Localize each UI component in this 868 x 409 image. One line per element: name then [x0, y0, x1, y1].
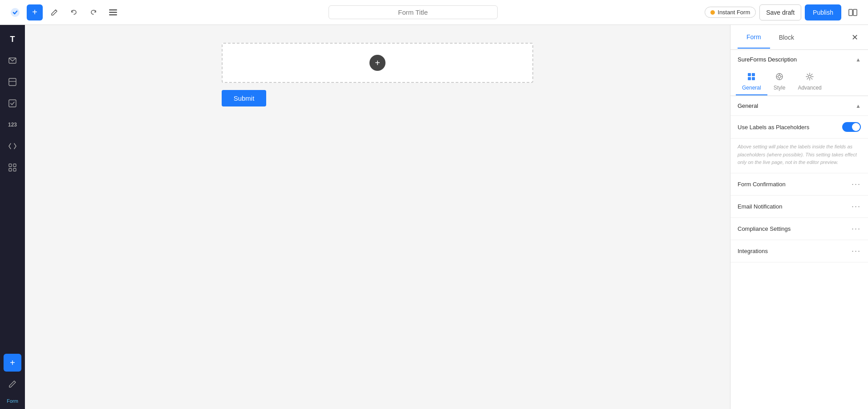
sidebar-icon-embed[interactable]	[4, 137, 21, 155]
topbar-left: +	[7, 4, 121, 20]
form-confirmation-section[interactable]: Form Confirmation ···	[730, 173, 868, 196]
general-section-chevron-icon: ▲	[856, 103, 861, 109]
integrations-section[interactable]: Integrations ···	[730, 240, 868, 262]
use-labels-toggle[interactable]	[842, 122, 861, 132]
topbar-right: Instant Form Save draft Publish	[705, 4, 861, 20]
preview-toggle-button[interactable]	[845, 4, 861, 20]
compliance-settings-label: Compliance Settings	[738, 225, 791, 232]
sidebar-icon-email[interactable]	[4, 52, 21, 70]
compliance-dots-icon[interactable]: ···	[852, 224, 861, 233]
sub-tab-style[interactable]: Style	[767, 69, 792, 95]
svg-rect-11	[13, 164, 16, 167]
panel-body: SureForms Description ▲ General	[730, 50, 868, 409]
instant-form-label: Instant Form	[718, 9, 750, 16]
svg-point-19	[778, 75, 781, 78]
svg-rect-10	[9, 164, 12, 167]
email-notification-dots-icon[interactable]: ···	[852, 202, 861, 211]
sidebar-icon-number[interactable]: 123	[4, 116, 21, 134]
labels-helper-text: Above setting will place the labels insi…	[730, 139, 868, 173]
logo-button[interactable]	[7, 4, 23, 20]
svg-rect-4	[849, 9, 852, 16]
general-section-header[interactable]: General ▲	[730, 96, 868, 116]
svg-rect-5	[853, 9, 857, 16]
sidebar-form-label: Form	[7, 398, 18, 404]
sidebar-bottom: + Form	[4, 354, 21, 404]
add-block-button[interactable]: +	[369, 55, 385, 71]
add-block-topbar-button[interactable]: +	[27, 4, 43, 20]
panel-header: Form Block ✕	[730, 25, 868, 50]
general-section-title: General	[738, 102, 758, 109]
sub-tab-general-label: General	[742, 85, 761, 91]
list-view-button[interactable]	[105, 4, 121, 20]
sidebar-icon-pen[interactable]	[4, 375, 21, 393]
undo-button[interactable]	[66, 4, 82, 20]
sidebar-icon-checkbox[interactable]	[4, 94, 21, 112]
sureforms-description-section: SureForms Description ▲ General	[730, 50, 868, 96]
svg-rect-15	[752, 73, 755, 76]
general-section: General ▲ Use Labels as Placeholders Abo…	[730, 96, 868, 173]
right-panel: Form Block ✕ SureForms Description ▲	[730, 25, 868, 409]
main-canvas: + Submit	[25, 25, 730, 409]
edit-icon-button[interactable]	[46, 4, 62, 20]
instant-form-status-dot	[710, 10, 715, 15]
toggle-knob	[852, 123, 860, 131]
svg-rect-9	[9, 100, 16, 107]
svg-rect-2	[109, 12, 117, 13]
tab-form[interactable]: Form	[738, 26, 770, 49]
main-layout: T 123 + Form +	[0, 25, 868, 409]
form-title-input[interactable]	[329, 5, 498, 19]
svg-rect-16	[748, 77, 751, 80]
email-notification-section[interactable]: Email Notification ···	[730, 196, 868, 218]
topbar-center	[121, 5, 705, 19]
canvas-inner: + Submit	[222, 43, 533, 391]
submit-button[interactable]: Submit	[222, 90, 266, 106]
compliance-settings-section[interactable]: Compliance Settings ···	[730, 218, 868, 240]
panel-tabs: Form Block	[738, 26, 803, 49]
svg-rect-8	[9, 81, 16, 82]
use-labels-toggle-row: Use Labels as Placeholders	[730, 116, 868, 139]
integrations-dots-icon[interactable]: ···	[852, 246, 861, 256]
save-draft-button[interactable]: Save draft	[759, 4, 801, 20]
left-sidebar: T 123 + Form	[0, 25, 25, 409]
svg-rect-17	[752, 77, 755, 80]
sidebar-add-button[interactable]: +	[4, 354, 21, 372]
svg-rect-3	[109, 14, 117, 16]
svg-rect-14	[748, 73, 751, 76]
integrations-label: Integrations	[738, 248, 768, 254]
style-tab-icon	[775, 73, 783, 83]
sub-tabs: General Style Advanced	[730, 69, 868, 96]
sidebar-icon-layout[interactable]	[4, 73, 21, 91]
close-panel-button[interactable]: ✕	[848, 31, 861, 44]
svg-rect-12	[9, 168, 12, 171]
svg-point-24	[808, 75, 811, 78]
sub-tab-advanced[interactable]: Advanced	[791, 69, 827, 95]
sureforms-title: SureForms Description	[738, 56, 797, 63]
email-notification-label: Email Notification	[738, 203, 782, 210]
instant-form-badge[interactable]: Instant Form	[705, 7, 756, 18]
topbar: + Instant Form Save draft Publish	[0, 0, 868, 25]
svg-rect-1	[109, 9, 117, 11]
svg-rect-7	[9, 78, 16, 86]
toggle-label: Use Labels as Placeholders	[738, 124, 809, 131]
sidebar-icon-grid[interactable]	[4, 159, 21, 176]
form-confirmation-dots-icon[interactable]: ···	[852, 180, 861, 189]
svg-rect-13	[13, 168, 16, 171]
form-confirmation-label: Form Confirmation	[738, 181, 786, 188]
publish-button[interactable]: Publish	[805, 4, 841, 20]
sureforms-chevron-icon: ▲	[856, 57, 861, 63]
submit-row: Submit	[222, 90, 533, 106]
sub-tab-style-label: Style	[774, 85, 786, 91]
sub-tab-advanced-label: Advanced	[798, 85, 821, 91]
form-block[interactable]: +	[222, 43, 533, 83]
tab-block[interactable]: Block	[770, 26, 803, 49]
sidebar-icon-text[interactable]: T	[4, 30, 21, 48]
redo-button[interactable]	[85, 4, 101, 20]
sureforms-section-header[interactable]: SureForms Description ▲	[730, 50, 868, 69]
general-tab-icon	[747, 73, 755, 83]
sub-tab-general[interactable]: General	[736, 69, 767, 95]
advanced-tab-icon	[806, 73, 814, 83]
